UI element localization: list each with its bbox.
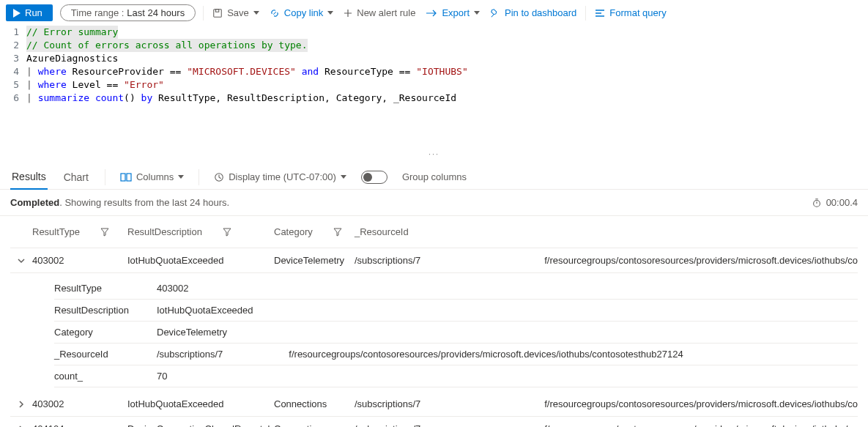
cell-resultdescription: IotHubQuotaExceeded bbox=[127, 255, 274, 266]
copy-link-label: Copy link bbox=[284, 7, 323, 18]
line-number: 4 bbox=[0, 65, 19, 78]
chevron-right-icon bbox=[17, 425, 26, 428]
svg-rect-1 bbox=[214, 9, 222, 17]
query-editor[interactable]: 123456 // Error summary// Count of error… bbox=[0, 26, 868, 150]
chevron-down-icon bbox=[327, 11, 333, 15]
cell-resulttype: 403002 bbox=[32, 398, 127, 409]
results-toolbar: Results Chart Columns Display time (UTC-… bbox=[0, 160, 868, 190]
detail-value: 403002 bbox=[157, 283, 858, 294]
export-label: Export bbox=[442, 7, 470, 18]
detail-key: _ResourceId bbox=[54, 349, 157, 360]
pin-icon bbox=[490, 8, 500, 18]
display-time-picker[interactable]: Display time (UTC-07:00) bbox=[214, 171, 346, 182]
group-columns-label: Group columns bbox=[402, 171, 467, 182]
col-label: Category bbox=[274, 226, 313, 237]
code-token: "MICROSOFT.DEVICES" bbox=[187, 65, 296, 78]
status-row: Completed. Showing results from the last… bbox=[0, 190, 868, 216]
line-number: 5 bbox=[0, 78, 19, 92]
code-line[interactable]: // Count of errors across all operations… bbox=[26, 39, 468, 52]
col-resulttype[interactable]: ResultType bbox=[32, 226, 127, 237]
code-line[interactable]: | where Level == "Error" bbox=[26, 78, 468, 92]
code-token: () bbox=[124, 92, 141, 105]
copy-link-button[interactable]: Copy link bbox=[268, 6, 335, 20]
stopwatch-icon bbox=[812, 198, 822, 208]
line-number: 1 bbox=[0, 26, 19, 39]
columns-picker[interactable]: Columns bbox=[120, 171, 184, 182]
code-token: summarize bbox=[38, 92, 89, 105]
group-columns-toggle[interactable] bbox=[361, 171, 387, 184]
filter-icon[interactable] bbox=[223, 228, 231, 237]
pin-button[interactable]: Pin to dashboard bbox=[489, 6, 578, 20]
code-token: | bbox=[26, 92, 38, 105]
editor-gutter: 123456 bbox=[0, 26, 26, 150]
code-line[interactable]: | summarize count() by ResultType, Resul… bbox=[26, 92, 468, 105]
code-token: by bbox=[141, 92, 153, 105]
export-icon bbox=[426, 9, 437, 18]
filter-icon[interactable] bbox=[100, 228, 109, 237]
run-button[interactable]: Run bbox=[6, 4, 53, 21]
pin-label: Pin to dashboard bbox=[505, 7, 576, 18]
detail-value: /subscriptions/7f/resourcegroups/contoso… bbox=[157, 349, 858, 360]
chevron-down-icon bbox=[17, 256, 26, 265]
row-expander[interactable] bbox=[10, 425, 32, 428]
col-label: ResultType bbox=[32, 226, 80, 237]
status-duration: 00:00.4 bbox=[826, 197, 858, 208]
code-token: and bbox=[302, 65, 319, 78]
svg-rect-3 bbox=[121, 174, 125, 181]
query-toolbar: Run Time range : Last 24 hours Save Copy… bbox=[0, 0, 868, 26]
code-line[interactable]: AzureDiagnostics bbox=[26, 52, 468, 65]
status-text: . Showing results from the last 24 hours… bbox=[59, 197, 229, 208]
code-token: Level == bbox=[67, 78, 124, 92]
row-expander[interactable] bbox=[10, 400, 32, 409]
detail-key: count_ bbox=[54, 371, 157, 382]
cell-category: Connections bbox=[274, 423, 355, 427]
results-separator bbox=[105, 169, 105, 185]
results-separator bbox=[199, 169, 199, 185]
cell-category: DeviceTelemetry bbox=[274, 255, 355, 266]
table-row[interactable]: 403002IotHubQuotaExceededDeviceTelemetry… bbox=[10, 248, 858, 273]
editor-code[interactable]: // Error summary// Count of errors acros… bbox=[26, 26, 468, 150]
col-label: ResultDescription bbox=[127, 226, 202, 237]
code-token: ResultType, ResultDescription, Category,… bbox=[152, 92, 456, 105]
col-resultdescription[interactable]: ResultDescription bbox=[127, 226, 274, 237]
cell-resourceid: /subscriptions/7f/resourcegroups/contoso… bbox=[355, 423, 858, 427]
code-token bbox=[296, 65, 302, 78]
clock-icon bbox=[214, 172, 224, 182]
tab-chart[interactable]: Chart bbox=[62, 166, 90, 189]
line-number: 2 bbox=[0, 39, 19, 52]
table-row[interactable]: 403002IotHubQuotaExceededConnections/sub… bbox=[10, 392, 858, 417]
svg-rect-4 bbox=[127, 174, 131, 181]
cell-resultdescription: IotHubQuotaExceeded bbox=[127, 398, 274, 409]
time-range-label: Time range : bbox=[71, 7, 125, 18]
display-time-label: Display time (UTC-07:00) bbox=[229, 171, 336, 182]
code-token bbox=[89, 92, 95, 105]
cell-resultdescription: DeviceConnectionClosedRemotely bbox=[127, 423, 274, 427]
code-token: "IOTHUBS" bbox=[416, 65, 467, 78]
code-token: where bbox=[38, 65, 67, 78]
save-label: Save bbox=[227, 7, 249, 18]
time-range-picker[interactable]: Time range : Last 24 hours bbox=[60, 4, 196, 21]
code-line[interactable]: | where ResourceProvider == "MICROSOFT.D… bbox=[26, 65, 468, 78]
toolbar-separator bbox=[585, 6, 586, 21]
code-line[interactable]: // Error summary bbox=[26, 26, 468, 39]
tab-results[interactable]: Results bbox=[10, 165, 48, 190]
export-button[interactable]: Export bbox=[424, 6, 481, 20]
col-resourceid[interactable]: _ResourceId bbox=[355, 226, 858, 237]
save-button[interactable]: Save bbox=[211, 6, 261, 20]
splitter-handle[interactable]: ··· bbox=[0, 150, 868, 160]
col-category[interactable]: Category bbox=[274, 226, 355, 237]
grid-header: ResultType ResultDescription Category _R… bbox=[10, 216, 858, 248]
line-number: 3 bbox=[0, 52, 19, 65]
table-row[interactable]: 404104DeviceConnectionClosedRemotelyConn… bbox=[10, 417, 858, 427]
code-token: | bbox=[26, 78, 38, 92]
code-token: AzureDiagnostics bbox=[26, 52, 118, 65]
group-columns-text: Group columns bbox=[402, 171, 467, 182]
filter-icon[interactable] bbox=[333, 228, 342, 237]
columns-label: Columns bbox=[136, 171, 174, 182]
row-expander[interactable] bbox=[10, 256, 32, 265]
columns-icon bbox=[120, 173, 132, 182]
chevron-right-icon bbox=[17, 400, 26, 409]
new-alert-button[interactable]: New alert rule bbox=[342, 6, 417, 20]
cell-resulttype: 404104 bbox=[32, 423, 127, 427]
format-query-button[interactable]: Format query bbox=[593, 6, 667, 20]
